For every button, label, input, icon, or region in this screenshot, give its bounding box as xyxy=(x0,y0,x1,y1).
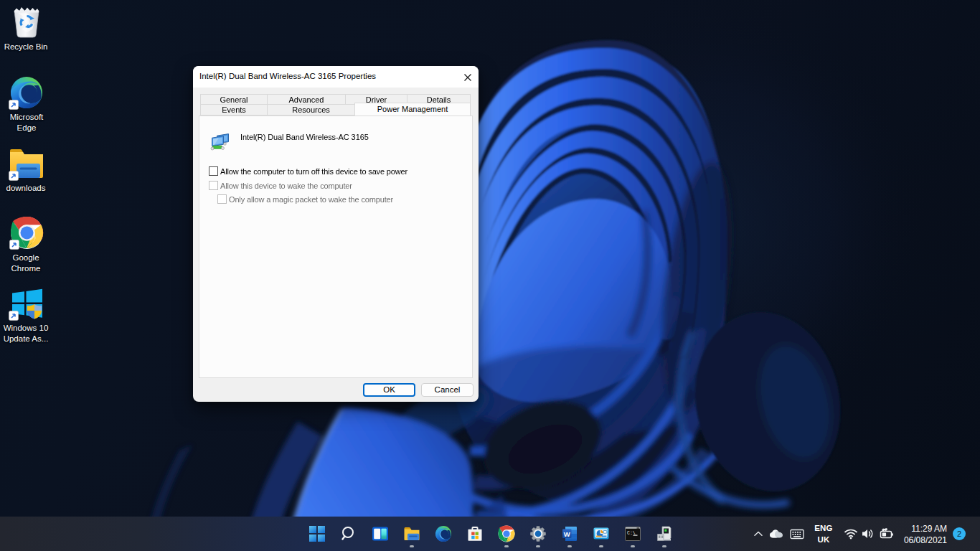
svg-text:C:\: C:\ xyxy=(627,531,636,536)
svg-text:W: W xyxy=(564,530,570,538)
